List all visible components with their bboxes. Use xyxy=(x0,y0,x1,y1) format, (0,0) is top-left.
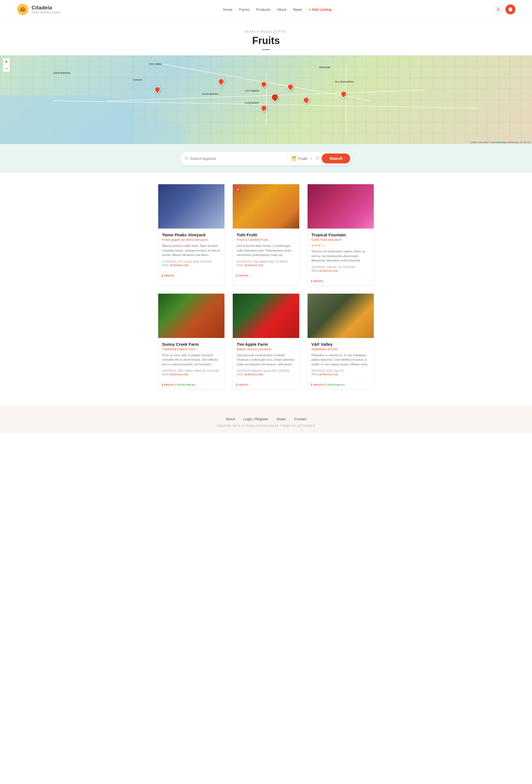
category-icon: 🗂️ xyxy=(291,156,297,161)
listing-web: Web ait-themes.club xyxy=(311,373,370,376)
listing-web-link[interactable]: ait-themes.club xyxy=(170,373,189,376)
osm-link[interactable]: OpenStreetMap xyxy=(491,141,506,143)
nav-icons: ☰ xyxy=(494,4,515,15)
listing-web-link[interactable]: ait-themes.club xyxy=(244,373,263,376)
listing-meta: Address Manuel Canyon Rd, CA 93001 Web a… xyxy=(236,369,295,376)
listing-desc: Vivamus at scelerisque sapien. Nunc ac v… xyxy=(311,249,370,263)
listings-grid: Twine Peaks Vineyard Finest grapes for w… xyxy=(158,184,374,389)
map-background: Santa Barbara Ventura Los Angeles San Be… xyxy=(0,55,532,144)
listing-web: Web ait-themes.club xyxy=(236,373,295,376)
footer-link-login-/-register[interactable]: Login / Register xyxy=(243,417,269,421)
listing-card: 🌶 Tutti Frutti Fresh & Candied Fruits Se… xyxy=(232,184,299,286)
results-label: SEARCH RESULTS FOR: xyxy=(5,30,527,33)
map-pin-4[interactable] xyxy=(287,84,293,90)
pin-circle-7 xyxy=(302,96,311,105)
listing-desc: Sed euismod dolor lectus, a scelerisque … xyxy=(236,244,295,257)
search-bar: 🗂️ Fruits × Search xyxy=(180,152,352,165)
search-location-icon[interactable] xyxy=(316,156,319,161)
footer-links: AboutLogin / RegisterNewsContact xyxy=(17,417,515,421)
listing-web-link[interactable]: ait-themes.club xyxy=(319,373,338,376)
listing-subtitle: Fresh & Candied Fruits xyxy=(236,238,295,241)
listing-body: Sunny Creek Farm Traditional Organic Far… xyxy=(158,338,224,381)
footer-link-news[interactable]: News xyxy=(277,417,286,421)
map-label-long-beach: Long Beach xyxy=(245,102,259,104)
map-label-santa-monica: Santa Monica xyxy=(202,92,218,95)
listing-subtitle: Traditional Organic Farm xyxy=(162,347,221,351)
listing-body: Tropical Fountain Exotic fruits and juic… xyxy=(308,228,374,277)
listing-subtitle: Vegetables & Fruits xyxy=(311,347,370,351)
map-pin-3[interactable] xyxy=(261,81,267,87)
listing-address: Address 1000 W I St, CA 90744 xyxy=(311,266,370,269)
leaflet-link[interactable]: Leaflet xyxy=(470,141,477,143)
category-label: Fruits xyxy=(299,157,308,161)
listing-web-link[interactable]: ait-themes.club xyxy=(244,264,263,267)
listing-meta: Address 8305 Utica Dr Web ait-themes.clu… xyxy=(311,369,370,376)
map-zoom-in[interactable]: + xyxy=(3,58,10,65)
nav-home[interactable]: Home xyxy=(223,7,233,11)
listing-image: 🌶 xyxy=(233,184,299,228)
footer: AboutLogin / RegisterNewsContact CREATED… xyxy=(0,406,532,433)
listing-web: Web ait-themes.club xyxy=(236,264,295,267)
listing-body: Tim Apple Farm Apples and juicy products… xyxy=(233,338,299,381)
pin-circle-8 xyxy=(339,89,348,98)
nav-add-listing[interactable]: + Add Listing xyxy=(309,7,331,11)
tag-fruits: FRUITS xyxy=(311,384,324,386)
nav-news[interactable]: News xyxy=(293,7,302,11)
category-clear-button[interactable]: × xyxy=(310,156,312,161)
tag-fruits: FRUITS xyxy=(162,274,174,277)
listing-desc: Sed placerat condimentum molestie. Vivam… xyxy=(236,353,295,367)
map-pin-2[interactable] xyxy=(218,78,224,84)
footer-credit: CREATED WITH CITADELA WORDPRESS THEME BY… xyxy=(17,424,515,427)
listing-tags: FRUITSVEGETABLES xyxy=(158,381,224,389)
listing-body: Twine Peaks Vineyard Finest grapes for w… xyxy=(158,228,224,272)
nav-farms[interactable]: Farms xyxy=(239,7,249,11)
pin-circle-5 xyxy=(270,92,280,102)
hamburger-button[interactable]: ☰ xyxy=(494,5,503,13)
listing-web-link[interactable]: ait-themes.club xyxy=(319,269,338,272)
map-pin-7[interactable] xyxy=(303,97,309,103)
tag-fruits: FRUITS xyxy=(236,274,249,277)
listing-meta: Address 1655 Hidden Valley Rd, CA 91361 … xyxy=(162,369,221,376)
listing-image xyxy=(308,184,374,228)
listing-title: Tropical Fountain xyxy=(311,232,370,237)
pin-circle-1 xyxy=(153,85,162,94)
listing-desc: Phasellus in ultrices ex. In hac habitas… xyxy=(311,353,370,367)
map-pin-8[interactable] xyxy=(340,91,347,97)
listing-title: Tutti Frutti xyxy=(236,232,295,237)
search-keyword-input[interactable] xyxy=(190,157,285,161)
listing-card: V&F Valley Vegetables & Fruits Phasellus… xyxy=(307,293,374,390)
listing-web: Web ait-themes.club xyxy=(162,373,221,376)
listing-meta: Address 1000 W I St, CA 90744 Web ait-th… xyxy=(311,266,370,272)
tag-fruits: FRUITS xyxy=(162,384,174,386)
nav-about[interactable]: About xyxy=(277,7,286,11)
map-container: Santa Barbara Ventura Los Angeles San Be… xyxy=(0,55,532,144)
listing-card: Sunny Creek Farm Traditional Organic Far… xyxy=(158,293,225,390)
listing-tags: FRUITS xyxy=(158,272,224,280)
footer-link-about[interactable]: About xyxy=(226,417,235,421)
listing-tags: FRUITS xyxy=(233,381,299,389)
listing-card: Tim Apple Farm Apples and juicy products… xyxy=(232,293,299,390)
listing-title: Sunny Creek Farm xyxy=(162,342,221,346)
card-badge: 🌶 xyxy=(235,187,241,192)
nav-products[interactable]: Products xyxy=(256,7,270,11)
listing-body: Tutti Frutti Fresh & Candied Fruits Sed … xyxy=(233,228,299,272)
listing-web-link[interactable]: ait-themes.club xyxy=(170,264,189,267)
pin-circle-3 xyxy=(259,80,268,88)
listing-image xyxy=(158,184,224,228)
search-button[interactable]: Search xyxy=(322,153,350,164)
listing-web: Web ait-themes.club xyxy=(162,264,221,267)
map-pin-6[interactable] xyxy=(261,105,267,111)
map-pin-1[interactable] xyxy=(154,86,161,92)
listing-tags: FRUITSVEGETABLES xyxy=(308,381,374,389)
tag-fruits: FRUITS xyxy=(236,384,249,386)
cc-link[interactable]: CC-BY-SA xyxy=(520,141,531,143)
search-category: 🗂️ Fruits × xyxy=(290,156,314,161)
tag-fruits: FRUITS xyxy=(311,280,324,283)
cart-button[interactable] xyxy=(505,4,515,15)
footer-link-contact[interactable]: Contact xyxy=(294,417,306,421)
map-pin-5[interactable] xyxy=(271,94,278,101)
listing-subtitle: Finest grapes for wines and juices xyxy=(162,238,221,241)
map-water-area-2 xyxy=(80,117,186,144)
map-label-san-bernardino: San Bernardino xyxy=(335,80,354,83)
map-zoom-out[interactable]: − xyxy=(3,65,10,72)
